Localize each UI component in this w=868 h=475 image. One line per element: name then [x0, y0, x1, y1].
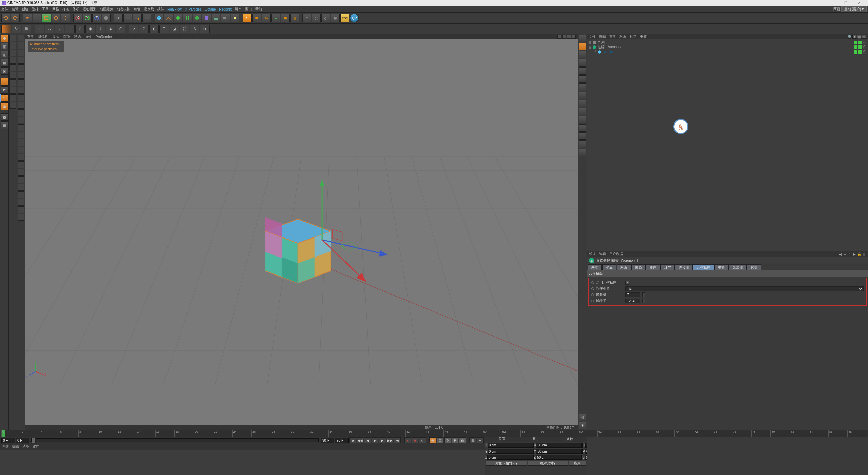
- menu-plugins[interactable]: 插件: [157, 7, 164, 12]
- vp-menu-camera[interactable]: 摄像机: [38, 34, 48, 39]
- timeline-in-input[interactable]: [16, 438, 29, 443]
- point-mode-icon[interactable]: L: [1, 78, 8, 86]
- plugin-icon-2[interactable]: ⚙: [262, 14, 271, 22]
- extra-20[interactable]: [18, 176, 24, 183]
- snap-icon[interactable]: ◇: [321, 14, 330, 22]
- menu-character[interactable]: 角色: [134, 7, 140, 12]
- extra-13[interactable]: [18, 124, 24, 131]
- layout-dropdown[interactable]: 启动 (用户) ▾: [841, 6, 867, 12]
- extra-15[interactable]: [18, 139, 24, 146]
- om-layout-icon[interactable]: ⊞: [862, 35, 866, 39]
- tool-10[interactable]: [9, 102, 16, 109]
- attr-tab-3[interactable]: 来源: [631, 264, 646, 270]
- vp-nav-2[interactable]: [562, 35, 566, 39]
- workplane-mode-icon[interactable]: ◫: [1, 51, 8, 58]
- extra-12[interactable]: [18, 117, 24, 124]
- extra-9[interactable]: [18, 94, 24, 101]
- menu-create[interactable]: 创建: [22, 7, 28, 12]
- attr-tab-1[interactable]: 坐标: [602, 264, 616, 270]
- plugin-icon-5[interactable]: ▦: [290, 14, 299, 22]
- menu-file[interactable]: 文件: [1, 7, 8, 12]
- menu-mesh[interactable]: 网格: [52, 7, 59, 12]
- object-manager[interactable]: ⊟ 阵列 ⊟ 破碎（Voronoi） └ 立方体 🦌: [587, 39, 868, 251]
- coord-space-dropdown[interactable]: 对象（相对） ▾: [486, 461, 527, 466]
- extra-21[interactable]: [18, 184, 24, 191]
- plugin-icon-4[interactable]: ⬢: [281, 14, 290, 22]
- menu-script[interactable]: 脚本: [235, 7, 242, 12]
- quickrender-button[interactable]: QR: [350, 14, 359, 22]
- anim-param-button[interactable]: P: [452, 437, 458, 443]
- viewport-solo-icon[interactable]: ▦: [1, 121, 8, 129]
- sel-filter-8[interactable]: ◈: [106, 25, 115, 33]
- rtool-10[interactable]: [579, 108, 586, 115]
- rtool-6[interactable]: [579, 75, 586, 83]
- extra-17[interactable]: [18, 154, 24, 161]
- coord-size-input[interactable]: [536, 443, 582, 448]
- attr-tab-9[interactable]: 效果器: [729, 264, 747, 270]
- menu-edit[interactable]: 编辑: [12, 7, 18, 12]
- mm-menu-create[interactable]: 创建: [2, 444, 9, 450]
- render-region[interactable]: [123, 14, 132, 22]
- quantize-icon[interactable]: ⊞: [331, 14, 340, 22]
- tree-row[interactable]: ⊟ 破碎（Voronoi）: [588, 45, 867, 50]
- move-tool[interactable]: [33, 14, 41, 22]
- extra-16[interactable]: [18, 147, 24, 153]
- coord-apply-button[interactable]: 应用: [569, 461, 586, 466]
- am-new-icon[interactable]: ⊞: [862, 252, 866, 256]
- render-settings[interactable]: [142, 14, 151, 22]
- rtool-8[interactable]: [579, 92, 586, 99]
- membrane-seed-input[interactable]: [625, 299, 640, 303]
- anim-scale-button[interactable]: ⊡: [437, 437, 443, 443]
- light-object[interactable]: [231, 14, 239, 22]
- menu-simulate[interactable]: 动态模拟: [117, 7, 130, 12]
- om-menu-file[interactable]: 文件: [589, 34, 596, 39]
- autokey-button[interactable]: ◉: [412, 437, 418, 443]
- coord-size-dropdown[interactable]: 绝对尺寸 ▾: [528, 461, 569, 466]
- rtool-2[interactable]: [579, 43, 586, 50]
- minimize-button[interactable]: —: [825, 0, 839, 6]
- coord-system[interactable]: [102, 14, 111, 22]
- extra-4[interactable]: [18, 57, 24, 64]
- menu-tools[interactable]: 工具: [42, 7, 49, 12]
- generator-instance[interactable]: [193, 14, 201, 22]
- menu-realflow[interactable]: RealFlow: [167, 7, 182, 11]
- extra-5[interactable]: [18, 64, 24, 71]
- am-menu-userdata[interactable]: 用户数据: [609, 252, 623, 256]
- coord-pos-input[interactable]: [487, 455, 533, 460]
- last-tool[interactable]: [61, 14, 70, 22]
- vp-menu-view[interactable]: 查看: [27, 34, 34, 39]
- rtool-lock-icon[interactable]: ⚙: [579, 414, 586, 421]
- menu-volume[interactable]: 体积: [73, 7, 79, 12]
- rtool-13[interactable]: [579, 132, 586, 140]
- menu-spline[interactable]: 样条: [62, 7, 69, 12]
- extra-23[interactable]: [18, 199, 24, 206]
- attr-tab-5[interactable]: 细节: [660, 264, 675, 270]
- menu-window[interactable]: 窗口: [245, 7, 252, 12]
- snap-grid-icon[interactable]: ⊞: [22, 25, 31, 33]
- coord-size-input[interactable]: [536, 455, 581, 460]
- modeling-4[interactable]: ⊤: [159, 25, 169, 33]
- vp-menu-display[interactable]: 显示: [52, 34, 59, 39]
- plugin-icon-1[interactable]: [252, 14, 261, 22]
- count-spinner[interactable]: [642, 292, 645, 297]
- rtool-14[interactable]: [579, 140, 586, 148]
- extra-14[interactable]: [18, 132, 24, 138]
- primitive-cube[interactable]: [155, 14, 163, 22]
- menu-xparticles[interactable]: X-Particles: [185, 7, 201, 11]
- render-view[interactable]: [114, 14, 123, 22]
- extra-24[interactable]: [18, 206, 24, 213]
- vp-menu-prorender[interactable]: ProRender: [96, 35, 112, 39]
- play-button[interactable]: ▶: [372, 437, 378, 443]
- am-nav-up-icon[interactable]: ▲: [843, 252, 847, 256]
- tool-2[interactable]: [9, 42, 16, 49]
- gradient-preset-icon[interactable]: [1, 25, 11, 33]
- coord-pos-input[interactable]: [488, 449, 533, 454]
- prev-key-button[interactable]: ◀◀: [357, 437, 363, 443]
- history-icon[interactable]: ↻: [12, 25, 21, 33]
- menu-pipeline[interactable]: 流水线: [144, 7, 154, 12]
- anim-opt-2[interactable]: ≡: [477, 437, 484, 443]
- material-list[interactable]: [0, 450, 485, 475]
- attr-tab-2[interactable]: 对象: [617, 264, 631, 270]
- menu-octane[interactable]: Octane: [205, 7, 216, 11]
- polygon-mode-icon[interactable]: S: [1, 94, 8, 102]
